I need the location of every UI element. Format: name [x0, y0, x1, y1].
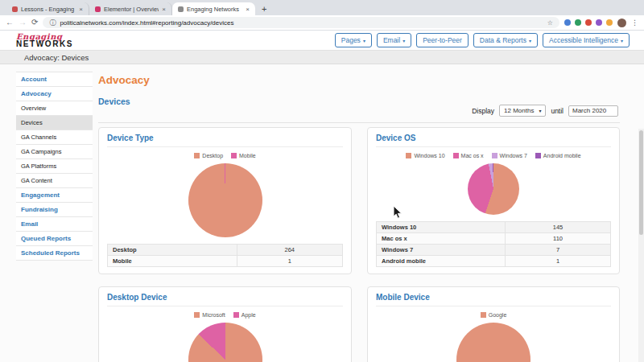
sidebar-item-fundraising[interactable]: Fundraising	[16, 203, 93, 217]
legend-swatch-icon	[535, 153, 541, 158]
table-cell-value: 1	[237, 256, 342, 267]
sidebar-item-advocacy[interactable]: Advocacy	[16, 87, 93, 101]
nav-button-data-reports[interactable]: Data & Reports ▾	[473, 33, 538, 47]
new-tab-button[interactable]: +	[262, 4, 266, 14]
table-cell-value: 110	[506, 233, 611, 245]
legend-swatch-icon	[406, 153, 411, 158]
pie-chart	[188, 323, 262, 362]
tab-close-icon[interactable]: ×	[246, 6, 250, 13]
table-cell-value: 264	[237, 245, 342, 256]
browser-menu-icon[interactable]: ⋮	[631, 19, 638, 27]
extension-icon-green[interactable]	[575, 19, 581, 26]
sidebar-item-ga-channels[interactable]: GA Channels	[16, 130, 93, 145]
sidebar-item-scheduled-reports[interactable]: Scheduled Reports	[16, 246, 93, 261]
display-label: Display	[472, 107, 494, 115]
tab-close-icon[interactable]: ×	[162, 6, 166, 13]
breadcrumb: Advocacy: Devices	[0, 50, 644, 64]
nav-button-email[interactable]: Email ▾	[377, 33, 411, 47]
chart-table: Windows 10145Mac os x110Windows 77Androi…	[376, 221, 611, 267]
profile-avatar[interactable]	[617, 19, 626, 27]
display-range-select[interactable]: 12 Months ▾	[499, 105, 546, 117]
tab-favicon	[95, 6, 101, 12]
forward-icon[interactable]: →	[19, 19, 27, 27]
card-title: Mobile Device	[376, 293, 611, 306]
refresh-icon[interactable]: ⟳	[31, 19, 38, 27]
table-cell-label: Mobile	[108, 256, 237, 267]
legend-item: Apple	[233, 312, 256, 318]
until-label: until	[551, 107, 564, 115]
toolbar-extensions	[564, 19, 613, 26]
address-bar[interactable]: ⓘ politicalnetworks.com/index.html#repor…	[43, 17, 559, 28]
legend-swatch-icon	[233, 312, 239, 318]
legend-label: Apple	[242, 312, 256, 318]
extension-icon-red[interactable]	[585, 19, 592, 26]
tab-title: Engaging Networks	[187, 6, 242, 13]
table-cell-value: 7	[506, 245, 611, 256]
extension-icon-orange[interactable]	[606, 19, 613, 26]
table-row: Mobile1	[108, 256, 343, 267]
tab-close-icon[interactable]: ×	[79, 6, 83, 13]
display-controls: Display 12 Months ▾ until	[472, 105, 618, 117]
legend-item: Google	[481, 312, 507, 318]
table-row: Windows 77	[377, 245, 611, 256]
extension-icon-purple[interactable]	[596, 19, 602, 26]
table-cell-label: Windows 7	[377, 245, 506, 256]
legend-item: Microsoft	[194, 312, 225, 318]
table-cell-label: Windows 10	[377, 222, 506, 233]
browser-tab[interactable]: Lessons - Engaging Networks ×	[6, 2, 89, 15]
section-divider	[98, 122, 620, 123]
engaging-networks-logo[interactable]: Engaging NETWORKS	[16, 33, 73, 48]
page-title: Advocacy	[98, 74, 620, 86]
legend-item: Mac os x	[453, 153, 484, 158]
url-text: politicalnetworks.com/index.html#reporti…	[60, 19, 543, 27]
until-date-input[interactable]	[568, 105, 618, 117]
table-cell-label: Android mobile	[377, 256, 506, 267]
sidebar-item-queued-reports[interactable]: Queued Reports	[16, 232, 93, 246]
nav-button-peer-to-peer[interactable]: Peer-to-Peer	[416, 33, 469, 47]
table-row: Windows 10145	[377, 222, 611, 233]
tab-title: Lessons - Engaging Networks	[21, 6, 76, 13]
nav-button-pages[interactable]: Pages ▾	[335, 33, 372, 47]
legend-label: Mac os x	[461, 153, 484, 158]
sidebar-item-devices[interactable]: Devices	[16, 116, 93, 130]
page-content: AccountAdvocacyOverviewDevicesGA Channel…	[0, 64, 644, 362]
sidebar-item-account[interactable]: Account	[16, 72, 93, 87]
sidebar-item-ga-campaigns[interactable]: GA Campaigns	[16, 145, 93, 159]
legend-item: Windows 10	[406, 153, 444, 158]
sidebar-item-ga-platforms[interactable]: GA Platforms	[16, 159, 93, 174]
browser-toolbar: ← → ⟳ ⓘ politicalnetworks.com/index.html…	[0, 15, 644, 31]
legend-item: Android mobile	[535, 153, 581, 158]
table-cell-label: Desktop	[108, 245, 237, 256]
sidebar-item-engagement[interactable]: Engagement	[16, 188, 93, 203]
card-device-os: Device OS Windows 10Mac os xWindows 7And…	[367, 127, 620, 274]
table-row: Mac os x110	[377, 233, 611, 245]
chart-legend: Google	[401, 312, 586, 318]
chart-table: Desktop264Mobile1	[107, 244, 343, 267]
chevron-down-icon: ▾	[363, 38, 365, 43]
chevron-down-icon: ▾	[621, 38, 623, 43]
tab-favicon	[178, 6, 184, 12]
chart-legend: Windows 10Mac os xWindows 7Android mobil…	[401, 153, 586, 158]
legend-label: Microsoft	[202, 312, 225, 318]
logo-block-text: NETWORKS	[16, 40, 73, 48]
chevron-down-icon: ▾	[402, 38, 405, 43]
site-info-icon[interactable]: ⓘ	[49, 19, 56, 27]
nav-button-accessible-intelligence[interactable]: Accessible Intelligence ▾	[543, 33, 630, 47]
sidebar-item-overview[interactable]: Overview	[16, 101, 93, 116]
card-title: Desktop Device	[107, 293, 343, 306]
browser-tab[interactable]: Elementor | Overview Report ×	[89, 2, 172, 15]
tab-favicon	[12, 6, 18, 12]
bookmark-star-icon[interactable]: ☆	[547, 19, 553, 27]
chart-legend: DesktopMobile	[133, 153, 318, 158]
scrollbar-thumb[interactable]	[639, 130, 643, 235]
legend-swatch-icon	[453, 153, 459, 158]
browser-tab-active[interactable]: Engaging Networks ×	[172, 2, 255, 15]
pie-chart	[188, 163, 262, 237]
sidebar-item-ga-content[interactable]: GA Content	[16, 174, 93, 188]
sidebar-item-email[interactable]: Email	[16, 217, 93, 232]
extension-icon-blue[interactable]	[564, 19, 571, 26]
card-desktop-device: Desktop Device MicrosoftApple	[98, 286, 352, 362]
main-panel: Advocacy Devices Display 12 Months ▾ unt…	[98, 64, 620, 362]
back-icon[interactable]: ←	[6, 19, 14, 27]
page-scrollbar	[638, 129, 644, 362]
